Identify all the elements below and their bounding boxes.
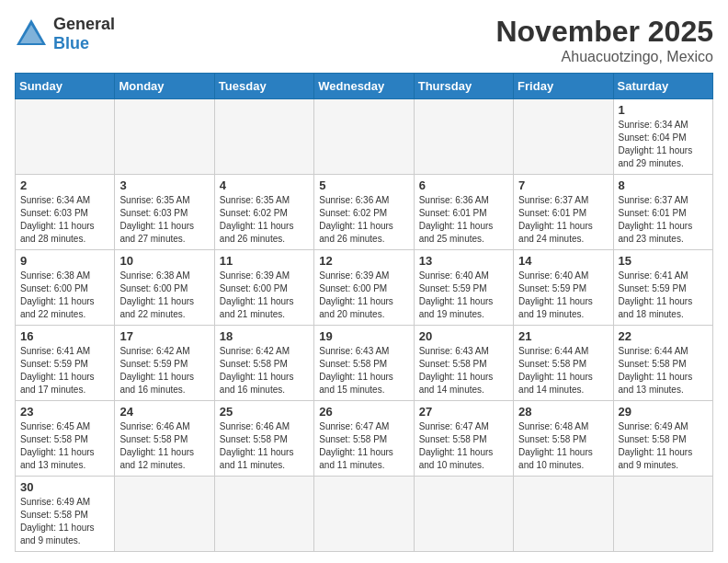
day-number: 15 — [619, 254, 708, 268]
day-number: 6 — [419, 178, 508, 192]
day-number: 1 — [619, 103, 708, 117]
day-number: 22 — [619, 329, 708, 343]
calendar-week-row: 23Sunrise: 6:45 AMSunset: 5:58 PMDayligh… — [16, 401, 713, 477]
cell-info: Sunrise: 6:40 AMSunset: 5:59 PMDaylight:… — [518, 270, 608, 321]
day-number: 17 — [119, 329, 209, 343]
day-number: 7 — [518, 178, 608, 192]
cell-info: Sunrise: 6:37 AMSunset: 6:01 PMDaylight:… — [518, 194, 608, 246]
cell-info: Sunrise: 6:44 AMSunset: 5:58 PMDaylight:… — [619, 345, 708, 396]
day-number: 25 — [220, 405, 309, 419]
col-header-sunday: Sunday — [16, 74, 115, 99]
cell-info: Sunrise: 6:41 AMSunset: 5:59 PMDaylight:… — [20, 345, 109, 396]
day-number: 21 — [518, 329, 608, 343]
day-number: 13 — [419, 254, 508, 268]
day-number: 11 — [220, 254, 309, 268]
calendar-cell: 2Sunrise: 6:34 AMSunset: 6:03 PMDaylight… — [16, 175, 115, 250]
calendar-cell — [115, 99, 214, 175]
cell-info: Sunrise: 6:37 AMSunset: 6:01 PMDaylight:… — [619, 194, 708, 246]
cell-info: Sunrise: 6:43 AMSunset: 5:58 PMDaylight:… — [419, 345, 508, 396]
cell-info: Sunrise: 6:42 AMSunset: 5:58 PMDaylight:… — [220, 345, 309, 396]
calendar-cell: 7Sunrise: 6:37 AMSunset: 6:01 PMDaylight… — [514, 175, 613, 250]
cell-info: Sunrise: 6:46 AMSunset: 5:58 PMDaylight:… — [220, 420, 309, 472]
location: Ahuacuotzingo, Mexico — [495, 49, 713, 65]
day-number: 4 — [220, 178, 309, 192]
calendar-cell: 13Sunrise: 6:40 AMSunset: 5:59 PMDayligh… — [414, 250, 513, 326]
col-header-saturday: Saturday — [613, 74, 712, 99]
col-header-friday: Friday — [514, 74, 613, 99]
calendar-cell: 6Sunrise: 6:36 AMSunset: 6:01 PMDaylight… — [414, 175, 513, 250]
cell-info: Sunrise: 6:35 AMSunset: 6:02 PMDaylight:… — [220, 194, 309, 246]
logo-triangle-icon — [15, 17, 48, 51]
calendar-cell: 22Sunrise: 6:44 AMSunset: 5:58 PMDayligh… — [613, 326, 712, 401]
calendar-cell — [514, 99, 613, 175]
calendar-cell: 18Sunrise: 6:42 AMSunset: 5:58 PMDayligh… — [214, 326, 313, 401]
day-number: 24 — [119, 405, 209, 419]
calendar-cell — [414, 99, 513, 175]
col-header-monday: Monday — [115, 74, 214, 99]
cell-info: Sunrise: 6:46 AMSunset: 5:58 PMDaylight:… — [119, 420, 209, 472]
logo: General Blue — [15, 15, 115, 53]
cell-info: Sunrise: 6:34 AMSunset: 6:04 PMDaylight:… — [619, 119, 708, 170]
cell-info: Sunrise: 6:38 AMSunset: 6:00 PMDaylight:… — [20, 270, 109, 321]
calendar-cell: 11Sunrise: 6:39 AMSunset: 6:00 PMDayligh… — [214, 250, 313, 326]
calendar-cell: 12Sunrise: 6:39 AMSunset: 6:00 PMDayligh… — [314, 250, 414, 326]
day-number: 19 — [319, 329, 408, 343]
calendar-cell: 26Sunrise: 6:47 AMSunset: 5:58 PMDayligh… — [314, 401, 414, 477]
calendar-cell: 4Sunrise: 6:35 AMSunset: 6:02 PMDaylight… — [214, 175, 313, 250]
col-header-thursday: Thursday — [414, 74, 513, 99]
day-number: 3 — [119, 178, 209, 192]
calendar-table: SundayMondayTuesdayWednesdayThursdayFrid… — [15, 73, 713, 552]
cell-info: Sunrise: 6:38 AMSunset: 6:00 PMDaylight:… — [119, 270, 209, 321]
logo-blue-text: Blue — [53, 34, 115, 53]
calendar-cell: 15Sunrise: 6:41 AMSunset: 5:59 PMDayligh… — [613, 250, 712, 326]
day-number: 30 — [20, 480, 109, 494]
cell-info: Sunrise: 6:39 AMSunset: 6:00 PMDaylight:… — [220, 270, 309, 321]
calendar-cell: 29Sunrise: 6:49 AMSunset: 5:58 PMDayligh… — [613, 401, 712, 477]
day-number: 2 — [20, 178, 109, 192]
calendar-cell — [514, 477, 613, 552]
page-header: General Blue November 2025 Ahuacuotzingo… — [15, 15, 713, 65]
cell-info: Sunrise: 6:41 AMSunset: 5:59 PMDaylight:… — [619, 270, 708, 321]
cell-info: Sunrise: 6:49 AMSunset: 5:58 PMDaylight:… — [619, 420, 708, 472]
calendar-cell: 20Sunrise: 6:43 AMSunset: 5:58 PMDayligh… — [414, 326, 513, 401]
cell-info: Sunrise: 6:40 AMSunset: 5:59 PMDaylight:… — [419, 270, 508, 321]
col-header-tuesday: Tuesday — [214, 74, 313, 99]
calendar-cell: 14Sunrise: 6:40 AMSunset: 5:59 PMDayligh… — [514, 250, 613, 326]
calendar-cell: 21Sunrise: 6:44 AMSunset: 5:58 PMDayligh… — [514, 326, 613, 401]
calendar-cell — [16, 99, 115, 175]
day-number: 10 — [119, 254, 209, 268]
cell-info: Sunrise: 6:39 AMSunset: 6:00 PMDaylight:… — [319, 270, 408, 321]
day-number: 23 — [20, 405, 109, 419]
calendar-cell — [314, 99, 414, 175]
calendar-cell: 8Sunrise: 6:37 AMSunset: 6:01 PMDaylight… — [613, 175, 712, 250]
day-number: 8 — [619, 178, 708, 192]
calendar-cell: 30Sunrise: 6:49 AMSunset: 5:58 PMDayligh… — [16, 477, 115, 552]
calendar-header-row: SundayMondayTuesdayWednesdayThursdayFrid… — [16, 74, 713, 99]
calendar-cell: 24Sunrise: 6:46 AMSunset: 5:58 PMDayligh… — [115, 401, 214, 477]
cell-info: Sunrise: 6:45 AMSunset: 5:58 PMDaylight:… — [20, 420, 109, 472]
calendar-cell: 5Sunrise: 6:36 AMSunset: 6:02 PMDaylight… — [314, 175, 414, 250]
cell-info: Sunrise: 6:42 AMSunset: 5:59 PMDaylight:… — [119, 345, 209, 396]
calendar-cell: 3Sunrise: 6:35 AMSunset: 6:03 PMDaylight… — [115, 175, 214, 250]
cell-info: Sunrise: 6:36 AMSunset: 6:02 PMDaylight:… — [319, 194, 408, 246]
day-number: 9 — [20, 254, 109, 268]
calendar-week-row: 1Sunrise: 6:34 AMSunset: 6:04 PMDaylight… — [16, 99, 713, 175]
title-block: November 2025 Ahuacuotzingo, Mexico — [495, 15, 713, 65]
cell-info: Sunrise: 6:44 AMSunset: 5:58 PMDaylight:… — [518, 345, 608, 396]
day-number: 28 — [518, 405, 608, 419]
calendar-cell: 27Sunrise: 6:47 AMSunset: 5:58 PMDayligh… — [414, 401, 513, 477]
calendar-cell — [115, 477, 214, 552]
day-number: 29 — [619, 405, 708, 419]
month-year: November 2025 — [495, 15, 713, 49]
cell-info: Sunrise: 6:36 AMSunset: 6:01 PMDaylight:… — [419, 194, 508, 246]
logo-general-text: General — [53, 15, 115, 34]
day-number: 27 — [419, 405, 508, 419]
calendar-cell: 9Sunrise: 6:38 AMSunset: 6:00 PMDaylight… — [16, 250, 115, 326]
col-header-wednesday: Wednesday — [314, 74, 414, 99]
day-number: 12 — [319, 254, 408, 268]
day-number: 26 — [319, 405, 408, 419]
cell-info: Sunrise: 6:48 AMSunset: 5:58 PMDaylight:… — [518, 420, 608, 472]
calendar-week-row: 30Sunrise: 6:49 AMSunset: 5:58 PMDayligh… — [16, 477, 713, 552]
calendar-cell: 10Sunrise: 6:38 AMSunset: 6:00 PMDayligh… — [115, 250, 214, 326]
cell-info: Sunrise: 6:47 AMSunset: 5:58 PMDaylight:… — [319, 420, 408, 472]
